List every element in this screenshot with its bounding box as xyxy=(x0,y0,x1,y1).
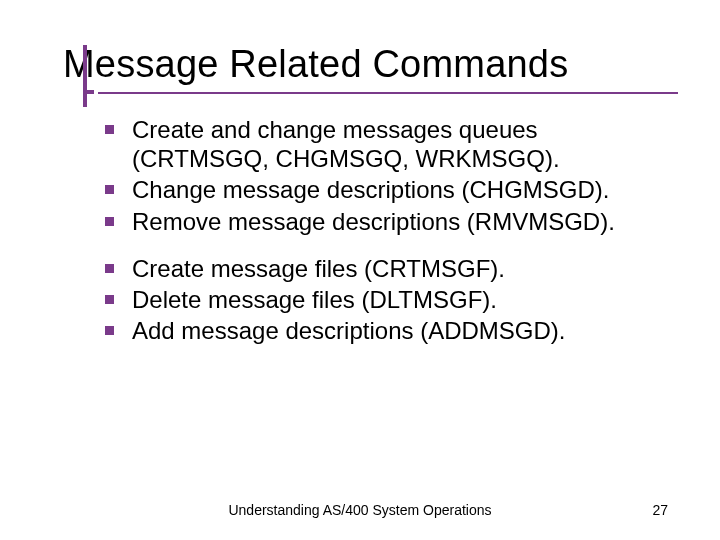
square-bullet-icon xyxy=(105,185,114,194)
bullet-text: Change message descriptions (CHGMSGD). xyxy=(132,175,610,204)
page-number: 27 xyxy=(652,502,668,518)
square-bullet-icon xyxy=(105,217,114,226)
square-bullet-icon xyxy=(105,295,114,304)
bullet-text: Add message descriptions (ADDMSGD). xyxy=(132,316,565,345)
page-title: Message Related Commands xyxy=(45,45,675,85)
footer: Understanding AS/400 System Operations xyxy=(0,502,720,518)
bullet-text: Delete message files (DLTMSGF). xyxy=(132,285,497,314)
bullet-text: Create message files (CRTMSGF). xyxy=(132,254,505,283)
bullet-text: Create and change messages queues (CRTMS… xyxy=(132,115,665,174)
accent-bar-vertical xyxy=(83,45,87,107)
list-item: Add message descriptions (ADDMSGD). xyxy=(105,316,665,345)
list-item: Change message descriptions (CHGMSGD). xyxy=(105,175,665,204)
accent-bar-tick xyxy=(83,90,94,94)
bullet-group-1: Create and change messages queues (CRTMS… xyxy=(105,115,665,236)
footer-text: Understanding AS/400 System Operations xyxy=(228,502,491,518)
list-item: Create message files (CRTMSGF). xyxy=(105,254,665,283)
title-underline xyxy=(98,92,678,94)
slide: Message Related Commands Create and chan… xyxy=(0,0,720,540)
list-item: Create and change messages queues (CRTMS… xyxy=(105,115,665,174)
square-bullet-icon xyxy=(105,326,114,335)
bullet-group-2: Create message files (CRTMSGF). Delete m… xyxy=(105,254,665,346)
list-item: Remove message descriptions (RMVMSGD). xyxy=(105,207,665,236)
list-item: Delete message files (DLTMSGF). xyxy=(105,285,665,314)
title-area: Message Related Commands xyxy=(45,45,675,85)
square-bullet-icon xyxy=(105,125,114,134)
bullet-text: Remove message descriptions (RMVMSGD). xyxy=(132,207,615,236)
content-area: Create and change messages queues (CRTMS… xyxy=(45,113,675,346)
square-bullet-icon xyxy=(105,264,114,273)
